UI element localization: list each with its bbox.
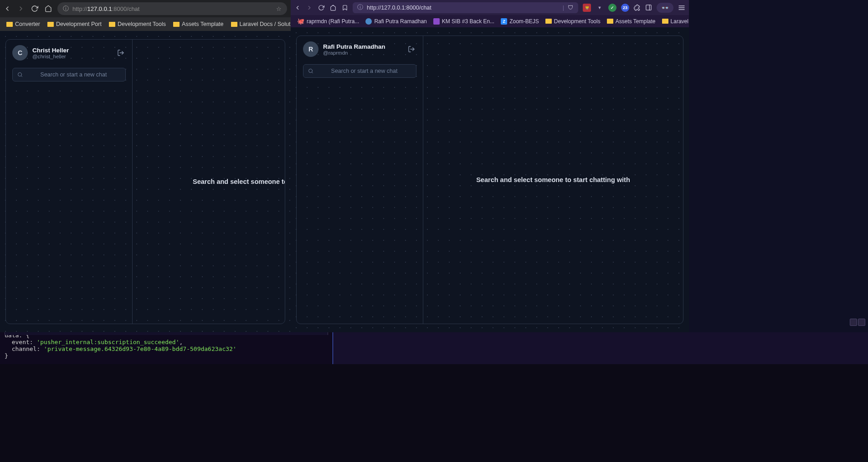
bookmark-item[interactable]: Development Port: [45, 20, 104, 29]
folder-icon: [545, 19, 552, 24]
bookmark-item[interactable]: ZZoom-BEJS: [498, 17, 542, 25]
bookmark-item[interactable]: Development Tools: [543, 17, 603, 25]
extension-icon[interactable]: ▼: [596, 4, 604, 12]
address-bar[interactable]: ⓘ http://127.0.0.1:8000/chat | 🛡: [353, 2, 578, 13]
search-box[interactable]: [303, 64, 416, 78]
brave-shield-icon[interactable]: 🛡: [568, 5, 574, 11]
avatar: R: [303, 41, 318, 57]
site-icon: [433, 18, 440, 25]
user-handle: @raprmdn: [323, 50, 402, 56]
search-icon: [17, 72, 23, 77]
avatar: C: [12, 45, 28, 61]
folder-icon: [231, 22, 237, 27]
info-icon: ⓘ: [63, 5, 69, 13]
logout-button[interactable]: [116, 48, 126, 58]
folder-icon: [173, 22, 180, 27]
sidebar-header: C Christ Heller @christ_heller: [6, 40, 132, 66]
bookmark-item[interactable]: Assets Template: [604, 17, 658, 25]
brave-bookmarks-bar: 🐙raprmdn (Rafi Putra... Rafi Putra Ramad…: [291, 15, 689, 27]
folder-icon: [662, 19, 668, 24]
search-input[interactable]: [317, 68, 411, 74]
chat-sidebar: R Rafi Putra Ramadhan @raprmdn: [297, 36, 423, 324]
chat-sidebar: C Christ Heller @christ_heller: [6, 40, 133, 324]
back-icon[interactable]: [294, 5, 301, 11]
separator: |: [563, 5, 564, 11]
right-terminal-pane: [333, 332, 868, 364]
svg-rect-3: [646, 5, 651, 10]
chat-main: Search and select someone to start c: [133, 40, 285, 324]
incognito-icon[interactable]: 👓: [657, 3, 673, 13]
chat-main: Search and select someone to start chatt…: [423, 36, 683, 324]
empty-state-message: Search and select someone to start c: [144, 178, 274, 185]
sidebar-header: R Rafi Putra Ramadhan @raprmdn: [297, 36, 423, 62]
folder-icon: [109, 22, 115, 27]
folder-icon: [6, 22, 13, 27]
bookmark-item[interactable]: Laravel Docs / Solut...: [659, 17, 689, 25]
chrome-toolbar: ⓘ http://127.0.0.1:8000/chat ☆: [0, 0, 291, 17]
star-icon[interactable]: ☆: [276, 5, 282, 12]
bookmark-item[interactable]: Assets Template: [170, 20, 226, 29]
panel-icon[interactable]: [645, 4, 652, 11]
extension-badge[interactable]: 23: [621, 4, 629, 12]
avatar-icon: [365, 18, 372, 25]
panel-toggle-icon[interactable]: [850, 319, 857, 326]
home-icon[interactable]: [330, 5, 336, 11]
search-icon: [308, 68, 313, 74]
reload-icon[interactable]: [31, 5, 38, 12]
left-browser-window: ⓘ http://127.0.0.1:8000/chat ☆ Converter…: [0, 0, 291, 332]
bookmark-item[interactable]: Rafi Putra Ramadhan: [363, 17, 429, 25]
forward-icon[interactable]: [17, 5, 25, 12]
chrome-bookmarks-bar: Converter Development Port Development T…: [0, 17, 291, 31]
forward-icon[interactable]: [306, 5, 313, 11]
right-browser-window: ⓘ http://127.0.0.1:8000/chat | 🛡 🦁 ▼ ✓ 2…: [291, 0, 689, 332]
extension-icon[interactable]: 🦁: [583, 4, 591, 12]
chat-container: C Christ Heller @christ_heller: [5, 39, 285, 324]
home-icon[interactable]: [45, 5, 52, 12]
menu-icon[interactable]: [678, 4, 685, 11]
zoom-icon: Z: [501, 18, 507, 25]
address-bar[interactable]: ⓘ http://127.0.0.1:8000/chat ☆: [57, 2, 287, 15]
user-name: Rafi Putra Ramadhan: [323, 43, 402, 50]
user-name: Christ Heller: [32, 47, 111, 54]
reload-icon[interactable]: [318, 5, 324, 11]
empty-state-message: Search and select someone to start chatt…: [434, 176, 672, 183]
chat-page-left: C Christ Heller @christ_heller: [0, 31, 291, 332]
brave-toolbar: ⓘ http://127.0.0.1:8000/chat | 🛡 🦁 ▼ ✓ 2…: [291, 0, 689, 15]
bookmark-item[interactable]: 🐙raprmdn (Rafi Putra...: [294, 17, 362, 25]
bookmark-item[interactable]: Converter: [4, 20, 43, 29]
extensions-icon[interactable]: [634, 4, 641, 11]
logout-icon: [117, 49, 124, 56]
url-text: http://127.0.0.1:8000/chat: [367, 5, 431, 11]
bookmark-item[interactable]: KM SIB #3 Back En...: [431, 17, 497, 25]
folder-icon: [47, 22, 54, 27]
chat-page-right: R Rafi Putra Ramadhan @raprmdn: [291, 27, 689, 332]
chat-container: R Rafi Putra Ramadhan @raprmdn: [296, 36, 683, 324]
search-box[interactable]: [12, 68, 126, 81]
terminal-panel: uata. { event: 'pusher_internal:subscrip…: [0, 332, 868, 364]
bookmark-item[interactable]: Development Tools: [106, 20, 169, 29]
github-icon: 🐙: [297, 18, 304, 25]
info-icon: ⓘ: [357, 4, 363, 11]
panel-toggle-icon[interactable]: [858, 319, 865, 326]
back-icon[interactable]: [4, 5, 11, 12]
svg-line-2: [21, 76, 22, 76]
svg-line-10: [312, 72, 313, 73]
extension-icon[interactable]: ✓: [608, 4, 616, 12]
bookmark-icon[interactable]: [342, 5, 348, 11]
folder-icon: [607, 19, 613, 24]
user-handle: @christ_heller: [32, 54, 111, 59]
console-output[interactable]: uata. { event: 'pusher_internal:subscrip…: [0, 332, 333, 364]
logout-button[interactable]: [406, 44, 416, 54]
search-input[interactable]: [26, 71, 121, 78]
lower-area: [0, 364, 868, 462]
logout-icon: [408, 46, 415, 53]
bookmark-item[interactable]: Laravel Docs / Solut...: [228, 20, 291, 29]
url-text: http://127.0.0.1:8000/chat: [72, 5, 139, 12]
